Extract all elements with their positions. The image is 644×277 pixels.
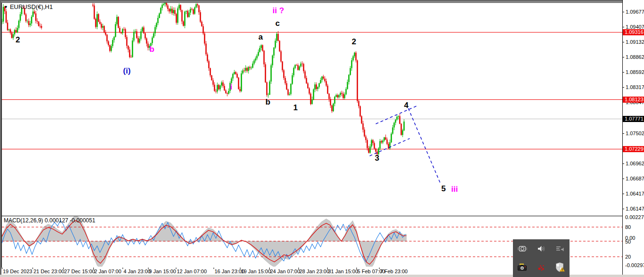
trend-line[interactable] (408, 108, 440, 183)
candlestick-chart[interactable] (2, 3, 622, 215)
price-axis-tick (623, 133, 624, 134)
price-axis-tick (623, 179, 624, 179)
time-axis-label: 24 Jan 07:00 (270, 269, 300, 274)
last-price-badge: 1.07771 (623, 116, 644, 122)
security-shield-icon[interactable] (554, 261, 566, 274)
price-axis-label: 1.08592 (626, 69, 644, 75)
price-level-badge: 1.08123 (623, 97, 644, 103)
price-axis-tick (623, 194, 624, 194)
time-axis-label: 31 Jan 15:00 (328, 269, 358, 274)
time-axis-label: 4 Jan 23:00 (124, 269, 151, 274)
time-axis-tick (240, 268, 240, 269)
price-axis-tick (623, 72, 624, 73)
price-axis-tick (623, 209, 624, 209)
time-axis-tick (33, 268, 33, 269)
trading-app-window: 2b(i)iaii ?cb12345iii ▼ EURUSD(€),H1 MAC… (0, 0, 644, 277)
trend-line[interactable] (376, 106, 418, 124)
time-axis-label: 19 Jan 15:00 (241, 269, 271, 274)
screen-cast-icon[interactable] (517, 243, 528, 254)
time-axis-tick (93, 268, 94, 269)
price-axis-tick (623, 163, 624, 164)
symbol-text: EURUSD(€),H1 (10, 3, 53, 10)
indicator-axis-label: -0.00297 (625, 262, 644, 268)
symbol-label[interactable]: ▼ EURUSD(€),H1 (4, 3, 53, 10)
camera-icon[interactable] (516, 261, 528, 274)
time-axis-tick (176, 268, 176, 269)
time-axis-label: 7 Feb 23:00 (380, 269, 408, 274)
time-axis-tick (298, 268, 299, 269)
time-axis-tick (214, 268, 214, 269)
time-axis-tick (63, 268, 64, 269)
announcement-icon[interactable] (554, 243, 566, 254)
price-axis: 1.096771.094071.091321.088621.085921.083… (622, 0, 644, 275)
price-axis-tick (623, 12, 624, 12)
window-top-edge (0, 0, 644, 2)
price-axis-label: 1.06962 (626, 161, 644, 166)
down-candle-wicks (5, 3, 401, 155)
time-axis-tick (379, 268, 380, 269)
indicator-axis-label: 20 (625, 254, 631, 260)
price-level-badge: 1.07229 (623, 146, 644, 152)
time-axis-label: 2 Jan 07:00 (94, 269, 122, 274)
time-axis-label: 28 Jan 23:00 (299, 269, 330, 274)
price-axis-label: 1.06417 (626, 191, 644, 196)
time-axis-label: 27 Dec 15:00 (64, 269, 95, 274)
price-axis-label: 1.08862 (626, 54, 644, 60)
price-axis-label: 1.08317 (626, 84, 644, 90)
time-axis-label: 9 Jan 15:00 (149, 269, 176, 274)
time-axis-label: 16 Jan 23:00 (215, 269, 245, 274)
time-axis-tick (2, 268, 2, 269)
price-axis-label: 1.06687 (626, 176, 644, 181)
price-axis-label: 1.07502 (626, 130, 644, 136)
price-axis-tick (623, 87, 624, 88)
price-axis-label: 1.09677 (626, 9, 644, 15)
indicator-axis-label: 0.002274 (625, 214, 644, 220)
volume-icon[interactable] (536, 243, 547, 254)
price-axis-tick (623, 57, 624, 57)
time-axis-tick (148, 268, 149, 269)
price-axis-label: 1.06147 (626, 206, 644, 212)
symbol-dropdown-icon[interactable]: ▼ (4, 5, 8, 9)
red-dots-icon[interactable] (536, 262, 547, 273)
time-axis-tick (356, 268, 357, 269)
time-axis-label: 19 Dec 2023 (3, 269, 32, 274)
time-axis-tick (327, 268, 328, 269)
time-axis-label: 12 Jan 07:00 (177, 269, 207, 274)
time-axis-tick (123, 268, 123, 269)
time-axis-tick (269, 268, 270, 269)
price-axis-label: 1.09132 (626, 39, 644, 45)
indicator-title: MACD(12,26,9) 0.000127 -0.000051 (4, 217, 95, 224)
indicator-axis-label: 50 (625, 239, 631, 244)
price-level-badge: 1.09316 (623, 29, 644, 35)
price-axis-tick (623, 27, 624, 27)
system-tray-overlay (513, 239, 570, 277)
time-axis-label: 21 Dec 23:00 (33, 269, 64, 274)
price-axis-tick (623, 42, 624, 42)
indicator-axis-label: 80 (625, 224, 631, 230)
